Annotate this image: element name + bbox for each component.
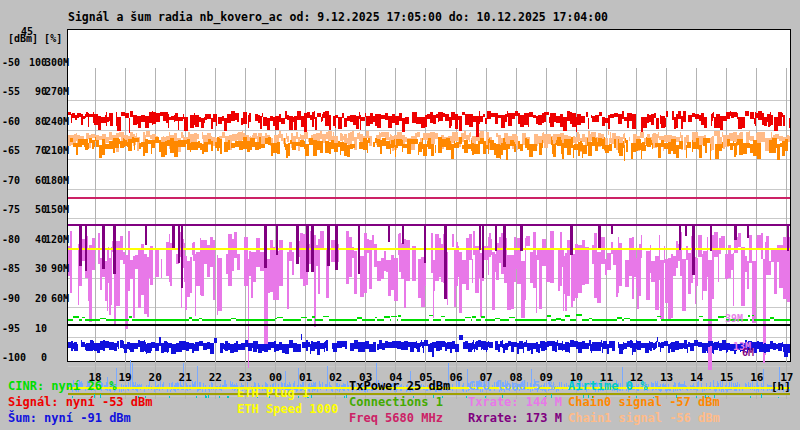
series-cinr <box>68 315 790 320</box>
y-axis-label-percent: 30 <box>35 263 47 274</box>
legend-connections: Connections 1 <box>349 396 443 408</box>
y-axis-label-dbm: -75 <box>2 204 20 215</box>
legend-airtime: Airtime 0 % <box>568 380 647 392</box>
y-axis-label-rate: 270M <box>45 86 69 97</box>
x-axis-hour-label: 22 <box>209 371 222 384</box>
y-axis-label-dbm: -55 <box>2 86 20 97</box>
y-extra-39m: 39M <box>725 313 743 324</box>
x-axis-hour-label: 00 <box>269 371 282 384</box>
legend-noise: Šum: nyní -91 dBm <box>8 412 131 424</box>
legend-txrate: Txrate: 144 M <box>468 396 562 408</box>
y-axis-label-rate: 240M <box>45 116 69 127</box>
legend-cpu: CPU load 5 % <box>468 380 555 392</box>
y-axis-label-dbm: -95 <box>2 323 20 334</box>
y-axis-label-rate: 300M <box>45 57 69 68</box>
x-axis-hour-label: 02 <box>329 371 342 384</box>
y-axis-label-dbm: -65 <box>2 145 20 156</box>
y-axis-label-dbm: -100 <box>2 352 26 363</box>
y-axis-label-rate: 120M <box>45 234 69 245</box>
y-axis-label-percent: 20 <box>35 293 47 304</box>
y-extra-6m: 6M <box>742 347 754 358</box>
y-axis-label-rate: 210M <box>45 145 69 156</box>
y-axis-label-dbm: -90 <box>2 293 20 304</box>
legend-signal: Signál: nyní -53 dBm <box>8 396 153 408</box>
x-axis-hour-label: 19 <box>118 371 131 384</box>
y-axis-label-percent: 10 <box>35 323 47 334</box>
legend-cinr: CINR: nyní 26 % <box>8 380 116 392</box>
y-axis-label-rate: 150M <box>45 204 69 215</box>
legend-chain1: Chain1 signal -56 dBm <box>568 412 720 424</box>
plot-area <box>67 29 791 362</box>
y-axis-unit-label: [dBm] [%] <box>8 33 62 44</box>
y-axis-label-dbm: -50 <box>2 57 20 68</box>
x-axis-hour-label: 16 <box>750 371 763 384</box>
legend-rxrate: Rxrate: 173 M <box>468 412 562 424</box>
x-axis-unit-label: [h] <box>771 380 791 393</box>
x-axis-hour-label: 13 <box>660 371 673 384</box>
y-axis-label-rate: 180M <box>45 175 69 186</box>
y-axis-label-rate: 90M <box>51 263 69 274</box>
x-axis-hour-label: 14 <box>690 371 703 384</box>
y-axis-label-dbm: -80 <box>2 234 20 245</box>
x-axis-hour-label: 21 <box>179 371 192 384</box>
legend-eth-plug: ETH Plug 1 <box>237 387 309 399</box>
x-axis-hour-label: 15 <box>720 371 733 384</box>
legend-freq: Freq 5680 MHz <box>349 412 443 424</box>
legend-txpower: TxPower 25 dBm <box>349 380 450 392</box>
y-axis-label-dbm: -60 <box>2 116 20 127</box>
legend-chain0: Chain0 signal -57 dBm <box>568 396 720 408</box>
x-axis-hour-label: 06 <box>449 371 462 384</box>
y-axis-label-rate: 60M <box>51 293 69 304</box>
signal-noise-graph-page: { "title": "Signál a šum radia nb_kovero… <box>0 0 800 430</box>
x-axis-hour-label: 23 <box>239 371 252 384</box>
x-axis-hour-label: 01 <box>299 371 312 384</box>
y-axis-label-percent: 0 <box>41 352 47 363</box>
y-axis-label-dbm: -85 <box>2 263 20 274</box>
x-axis-hour-label: 20 <box>149 371 162 384</box>
legend-eth-speed: ETH Speed 1000 <box>237 403 338 415</box>
y-axis-label-dbm: -70 <box>2 175 20 186</box>
chart-canvas <box>68 68 790 399</box>
graph-title: Signál a šum radia nb_kovero_ac od: 9.12… <box>68 10 608 24</box>
